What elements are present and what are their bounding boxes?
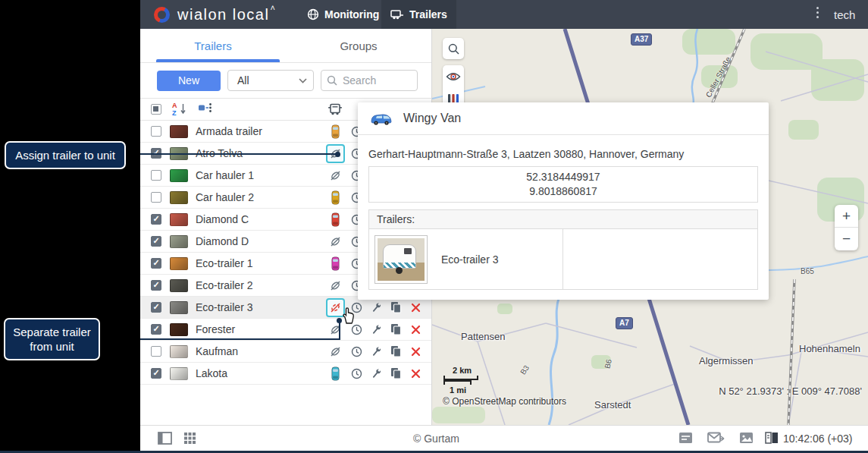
delete-trailer-button[interactable] (406, 325, 425, 335)
van-icon (370, 111, 393, 127)
delete-trailer-button[interactable] (406, 303, 425, 313)
copy-trailer-button[interactable] (386, 367, 406, 379)
zoom-in-button[interactable]: + (835, 205, 858, 228)
popup-empty-cell (563, 229, 757, 289)
kebab-menu-icon[interactable] (812, 7, 823, 22)
zoom-out-button[interactable]: − (835, 228, 858, 250)
edit-trailer-button[interactable] (366, 302, 386, 313)
unit-coordinates: 52.3184449917 9.8018860817 (368, 166, 758, 203)
assign-trailer-button[interactable] (329, 169, 342, 182)
filter-dropdown[interactable]: All (227, 70, 314, 91)
edit-trailer-button[interactable] (366, 346, 386, 357)
panel-toolbar: New All (140, 63, 431, 98)
copy-trailer-button[interactable] (386, 345, 406, 357)
search-box (321, 70, 418, 91)
trailer-name: Eco-trailer 2 (196, 279, 324, 291)
row-checkbox[interactable] (151, 324, 161, 335)
unit-cell (324, 190, 346, 205)
media-icon[interactable] (739, 432, 754, 447)
new-trailer-button[interactable]: New (157, 71, 221, 91)
map-zoom-control: + − (835, 205, 858, 250)
tab-groups[interactable]: Groups (286, 29, 431, 62)
status-bar: © Gurtam (140, 425, 868, 451)
map-scale: 2 km 1 mi (443, 366, 478, 395)
trailer-name: Kaufman (196, 345, 324, 357)
callout-assign-trailer: Assign trailer to unit (5, 141, 126, 169)
trailer-row[interactable]: Forester (140, 319, 431, 341)
sms-icon[interactable] (707, 432, 725, 447)
gurtam-copyright: © Gurtam (413, 433, 459, 445)
assigned-unit-icon[interactable] (331, 190, 340, 205)
apps-grid-icon[interactable] (183, 432, 196, 448)
row-checkbox[interactable] (151, 170, 161, 181)
row-checkbox[interactable] (151, 192, 161, 203)
trailer-photo (374, 235, 428, 284)
popup-trailers-table: Eco-trailer 3 (368, 229, 758, 290)
edit-trailer-button[interactable] (366, 324, 386, 335)
popup-trailers-header: Trailers: (368, 209, 758, 229)
sort-letter-a: A (172, 102, 177, 109)
assignments-history-button[interactable] (346, 368, 366, 379)
assign-trailer-button[interactable] (329, 345, 342, 358)
row-checkbox[interactable] (151, 258, 161, 269)
assign-trailer-button[interactable] (329, 279, 342, 292)
assigned-unit-icon[interactable] (331, 124, 340, 139)
assigned-unit-icon[interactable] (331, 212, 340, 227)
trailer-thumbnail (170, 125, 188, 138)
row-checkbox[interactable] (151, 214, 161, 225)
row-checkbox[interactable] (151, 236, 161, 247)
search-icon (327, 75, 337, 86)
trailer-thumbnail (170, 345, 188, 358)
scale-mi-label: 1 mi (443, 385, 478, 395)
delete-trailer-button[interactable] (406, 347, 425, 357)
top-bar: wialon local˄ Monitoring Trailers tech (140, 0, 868, 29)
assigned-unit-icon[interactable] (331, 366, 340, 381)
nav-trailers[interactable]: Trailers (381, 0, 456, 29)
unit-longitude: 9.8018860817 (369, 184, 757, 199)
tab-trailers[interactable]: Trailers (140, 29, 286, 62)
search-icon (448, 43, 459, 55)
assignments-history-button[interactable] (346, 302, 366, 313)
map-visibility-button[interactable] (443, 66, 464, 87)
unit-column-icon (324, 103, 346, 115)
clock-time: 10:42:06 (+03) (783, 433, 852, 445)
trailer-thumbnail (170, 169, 188, 182)
assignments-history-button[interactable] (346, 324, 366, 335)
trailer-row[interactable]: Eco-trailer 3 (140, 297, 431, 319)
row-checkbox[interactable] (151, 368, 161, 379)
trailer-name: Car hauler 1 (196, 169, 324, 181)
unit-cell (324, 212, 346, 227)
copy-trailer-button[interactable] (386, 301, 406, 313)
select-all-checkbox[interactable] (151, 104, 161, 115)
notes-icon[interactable] (678, 432, 693, 447)
wialon-logo-icon (154, 7, 170, 23)
split-view-icon[interactable] (765, 432, 779, 447)
assign-trailer-button[interactable] (329, 235, 342, 248)
assigned-unit-icon[interactable] (331, 256, 340, 271)
row-checkbox[interactable] (151, 280, 161, 291)
map-search-button[interactable] (443, 38, 464, 59)
trailer-row[interactable]: Kaufman (140, 341, 431, 363)
callout-line-separate-v (339, 322, 340, 340)
map-town-hohenhameln: Hohenhameln (799, 343, 860, 354)
unit-cell (324, 279, 346, 292)
popup-trailer-cell: Eco-trailer 3 (369, 229, 563, 289)
trailer-name: Car hauler 2 (196, 191, 324, 203)
unit-cell (324, 366, 346, 381)
separate-trailer-button[interactable] (326, 298, 345, 317)
user-menu[interactable]: tech (834, 8, 855, 21)
assignments-history-button[interactable] (346, 346, 366, 357)
row-checkbox[interactable] (151, 346, 161, 357)
trailer-thumbnail (170, 191, 188, 204)
trailer-row[interactable]: Lakota (140, 363, 431, 385)
trailer-thumbnail (170, 279, 188, 292)
copy-trailer-button[interactable] (386, 323, 406, 335)
nav-monitoring[interactable]: Monitoring (298, 0, 388, 29)
assign-mode-icon[interactable] (198, 102, 212, 117)
edit-trailer-button[interactable] (366, 368, 386, 379)
delete-trailer-button[interactable] (406, 369, 425, 379)
row-checkbox[interactable] (151, 302, 161, 313)
toggle-panel-icon[interactable] (158, 432, 172, 448)
row-checkbox[interactable] (151, 126, 161, 137)
sort-az-icon[interactable]: A Z (172, 102, 186, 117)
